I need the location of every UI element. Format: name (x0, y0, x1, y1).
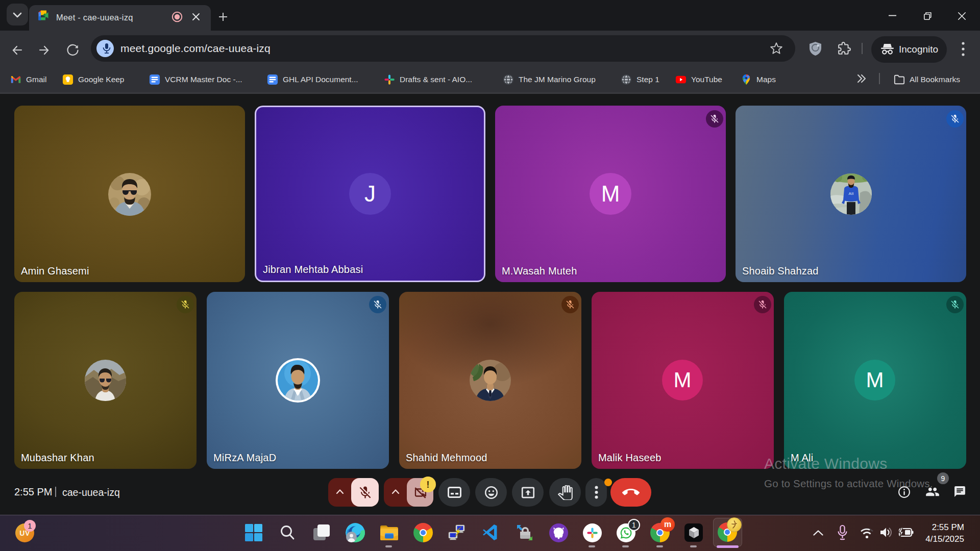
svg-text:AII: AII (849, 191, 854, 196)
